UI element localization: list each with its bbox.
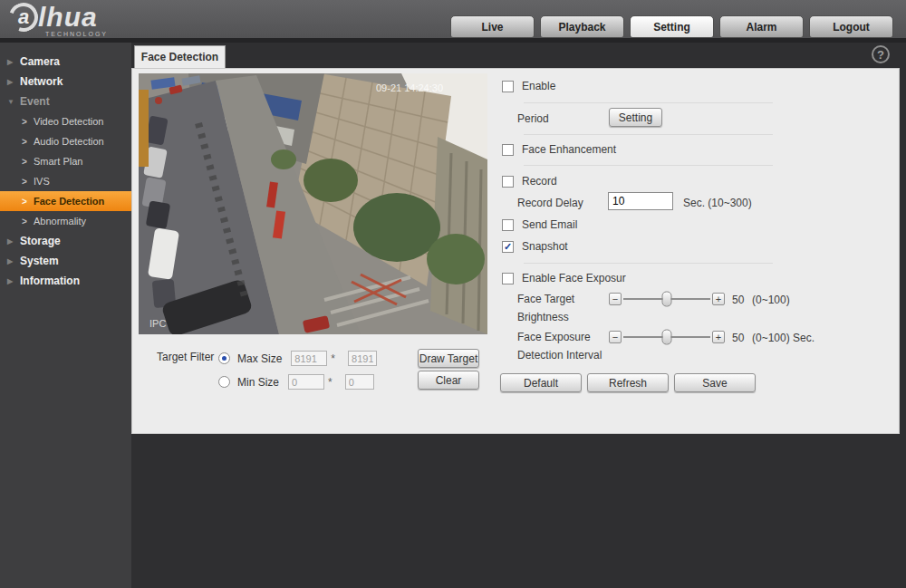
sidebar-item-face-detection[interactable]: > Face Detection [0, 191, 131, 211]
enable-face-exposure-checkbox[interactable] [502, 273, 514, 284]
period-setting-button[interactable]: Setting [609, 108, 662, 127]
sidebar-item-storage[interactable]: ▶ Storage [0, 231, 131, 251]
size-separator: * [331, 352, 335, 365]
clear-button[interactable]: Clear [418, 371, 479, 390]
send-email-row: Send Email [502, 218, 577, 231]
header-bar: a lhua TECHNOLOGY Live Playback Setting … [0, 0, 906, 38]
default-button[interactable]: Default [500, 373, 582, 392]
video-timestamp: 09-21 14:24:30 [376, 82, 443, 93]
min-size-width-input[interactable] [288, 374, 324, 390]
dahua-web-ui: a lhua TECHNOLOGY Live Playback Setting … [0, 0, 906, 588]
chevron-right-icon: > [22, 197, 34, 207]
chevron-right-icon: > [22, 117, 34, 127]
slider-thumb[interactable] [662, 292, 672, 307]
enable-checkbox[interactable] [502, 81, 514, 92]
tab-face-detection[interactable]: Face Detection [134, 45, 226, 68]
record-checkbox[interactable] [502, 176, 514, 188]
draw-target-button[interactable]: Draw Target [418, 349, 479, 368]
max-size-width-input[interactable] [291, 351, 327, 366]
divider [524, 263, 773, 264]
min-size-radio[interactable] [218, 376, 230, 388]
max-size-radio[interactable] [218, 352, 230, 364]
refresh-button[interactable]: Refresh [587, 373, 669, 392]
face-enhancement-row: Face Enhancement [502, 143, 616, 156]
sidebar-item-smart-plan[interactable]: > Smart Plan [0, 151, 131, 171]
record-delay-input[interactable] [608, 192, 673, 210]
tab-row: Face Detection ? [131, 43, 900, 68]
face-target-label: Face Target [517, 293, 574, 305]
sidebar-item-abnormality[interactable]: > Abnormality [0, 211, 131, 231]
divider [524, 102, 773, 103]
face-enhancement-checkbox[interactable] [502, 144, 514, 156]
sidebar-item-label: IVS [34, 176, 50, 187]
face-exposure-label: Face Exposure [517, 331, 591, 343]
street-banner [139, 90, 149, 167]
max-size-label: Max Size [237, 352, 282, 365]
divider [524, 134, 773, 135]
sidebar-item-network[interactable]: ▶ Network [0, 72, 131, 92]
send-email-checkbox[interactable] [502, 219, 514, 231]
logo-tagline: TECHNOLOGY [45, 31, 108, 37]
video-preview: 09-21 14:24:30 IPC [139, 73, 487, 334]
sidebar-item-ivs[interactable]: > IVS [0, 171, 131, 191]
dahua-logo: a lhua TECHNOLOGY [9, 3, 98, 32]
sidebar-item-information[interactable]: ▶ Information [0, 271, 131, 291]
face-exposure-interval-slider: − + [609, 330, 725, 344]
size-separator: * [328, 376, 333, 389]
max-size-height-input[interactable] [348, 351, 377, 366]
nav-alarm-button[interactable]: Alarm [719, 15, 804, 38]
sidebar-item-label: Camera [20, 55, 60, 68]
settings-column: Enable Period Setting Face Enhancement R… [496, 69, 900, 435]
sidebar-menu: ▶ Camera ▶ Network ▼ Event > Video Detec… [0, 43, 131, 291]
detection-interval-label: Detection Interval [517, 349, 602, 361]
record-row: Record [502, 175, 557, 188]
snapshot-checkbox[interactable]: ✓ [502, 241, 514, 253]
face-target-brightness-value: 50 [732, 294, 744, 306]
face-exposure-interval-range: (0~100) Sec. [752, 332, 814, 344]
sidebar-item-system[interactable]: ▶ System [0, 251, 131, 271]
chevron-right-icon: > [22, 177, 34, 187]
enable-label: Enable [522, 80, 555, 92]
snapshot-row: ✓ Snapshot [502, 240, 568, 253]
help-icon[interactable]: ? [872, 45, 890, 63]
main-area: Face Detection ? [131, 43, 906, 588]
chevron-right-icon: > [22, 137, 34, 147]
arrow-right-icon: ▶ [7, 257, 20, 265]
max-size-row: Max Size * [218, 351, 377, 366]
logo-swirl-icon: a [5, 0, 43, 36]
slider-track[interactable] [623, 298, 710, 300]
arrow-right-icon: ▶ [7, 277, 20, 285]
sidebar-item-video-detection[interactable]: > Video Detection [0, 111, 131, 131]
sidebar-item-audio-detection[interactable]: > Audio Detection [0, 131, 131, 151]
logo-brand: lhua [38, 3, 98, 32]
sidebar-item-camera[interactable]: ▶ Camera [0, 52, 131, 72]
slider-plus-button[interactable]: + [712, 293, 725, 305]
sidebar-item-label: Information [20, 275, 80, 287]
enable-row: Enable [502, 80, 555, 92]
sidebar-item-label: Event [20, 95, 50, 108]
slider-minus-button[interactable]: − [609, 293, 622, 305]
arrow-right-icon: ▶ [7, 58, 20, 66]
save-button[interactable]: Save [674, 373, 756, 392]
sidebar-item-event[interactable]: ▼ Event [0, 92, 131, 111]
slider-thumb[interactable] [662, 330, 672, 345]
sidebar: ▶ Camera ▶ Network ▼ Event > Video Detec… [0, 43, 131, 588]
slider-minus-button[interactable]: − [609, 331, 622, 343]
check-icon: ✓ [504, 242, 512, 252]
enable-face-exposure-label: Enable Face Exposur [522, 272, 626, 284]
divider [524, 165, 773, 166]
slider-track[interactable] [623, 336, 710, 338]
nav-logout-button[interactable]: Logout [809, 15, 893, 38]
snapshot-label: Snapshot [522, 240, 568, 253]
min-size-height-input[interactable] [345, 374, 374, 390]
sidebar-item-label: Face Detection [34, 196, 104, 207]
nav-setting-button[interactable]: Setting [630, 15, 714, 38]
nav-playback-button[interactable]: Playback [540, 15, 624, 38]
record-delay-label: Record Delay [517, 197, 583, 209]
sidebar-item-label: Smart Plan [34, 156, 82, 167]
sidebar-item-label: Video Detection [34, 116, 103, 127]
nav-live-button[interactable]: Live [450, 15, 535, 38]
top-nav: Live Playback Setting Alarm Logout [450, 15, 893, 38]
slider-plus-button[interactable]: + [712, 331, 725, 343]
face-detection-panel: 09-21 14:24:30 IPC Target Filter Max Siz… [131, 68, 900, 434]
